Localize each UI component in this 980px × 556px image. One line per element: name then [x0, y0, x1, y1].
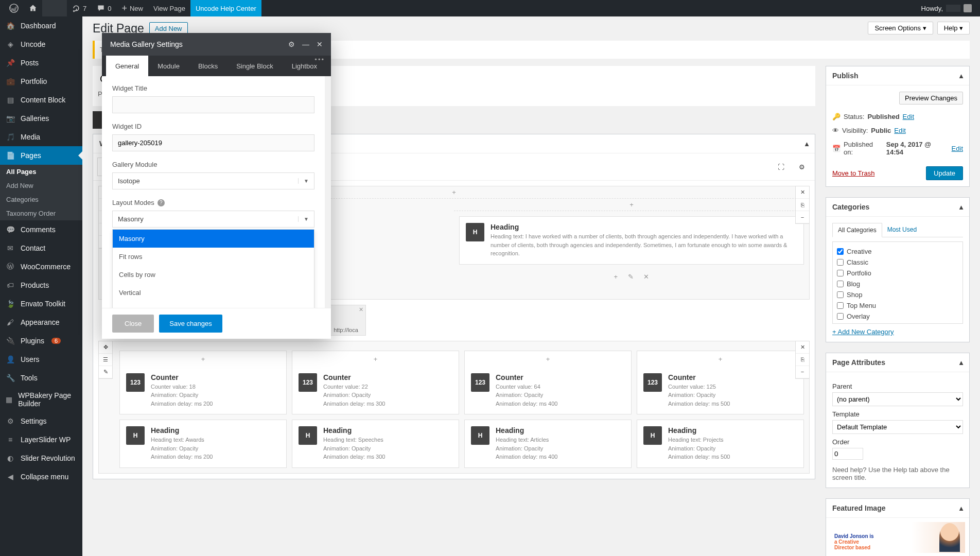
row-minus[interactable]: −: [796, 366, 809, 378]
modal-tabs-more[interactable]: •••: [314, 56, 325, 63]
sidebar-item-woocommerce[interactable]: ⓌWooCommerce: [0, 257, 82, 276]
modal-tab-general[interactable]: General: [106, 56, 148, 76]
category-checkbox[interactable]: [837, 259, 844, 266]
parent-select[interactable]: (no parent): [832, 392, 963, 406]
sidebar-item-wpbakery-page-builder[interactable]: ▦WPBakery Page Builder: [0, 387, 82, 412]
sidebar-item-plugins[interactable]: 🔌Plugins6: [0, 332, 82, 350]
preview-changes-button[interactable]: Preview Changes: [899, 92, 963, 105]
category-portfolio[interactable]: Portfolio: [837, 268, 958, 279]
category-classic[interactable]: Classic: [837, 257, 958, 268]
row-move[interactable]: ✥: [99, 341, 112, 354]
row-minus[interactable]: −: [796, 211, 809, 223]
add-new-link[interactable]: +New: [116, 0, 148, 16]
sidebar-item-slider-revolution[interactable]: ◐Slider Revolution: [0, 449, 82, 467]
thumb-remove[interactable]: ✕: [359, 306, 363, 313]
row-edit[interactable]: ✎: [99, 366, 112, 378]
move-to-trash-link[interactable]: Move to Trash: [832, 169, 874, 177]
row-clone[interactable]: ⎘: [796, 354, 809, 366]
sidebar-item-contact[interactable]: ✉Contact: [0, 239, 82, 257]
sidebar-item-collapse-menu[interactable]: ◀Collapse menu: [0, 467, 82, 486]
gallery-module-select[interactable]: Isotope ▼: [112, 172, 314, 189]
heading-element[interactable]: HHeadingHeading text: SpeechesAnimation:…: [292, 420, 459, 467]
add-new-category-link[interactable]: + Add New Category: [832, 328, 963, 336]
featured-toggle[interactable]: ▴: [959, 504, 963, 512]
category-checkbox[interactable]: [837, 281, 844, 287]
sidebar-item-layerslider-wp[interactable]: ≡LayerSlider WP: [0, 430, 82, 449]
modal-tab-blocks[interactable]: Blocks: [189, 56, 227, 76]
publish-toggle[interactable]: ▴: [959, 72, 963, 80]
col-add[interactable]: +: [637, 351, 803, 367]
sidebar-item-portfolio[interactable]: 💼Portfolio: [0, 72, 82, 91]
col-add[interactable]: +: [120, 351, 286, 367]
counter-element[interactable]: 123CounterCounter value: 125Animation: O…: [637, 367, 803, 414]
sidebar-sub-categories[interactable]: Categories: [0, 193, 82, 206]
sidebar-item-tools[interactable]: 🔧Tools: [0, 369, 82, 387]
builder-settings-button[interactable]: ⚙: [793, 158, 811, 176]
edit-status-link[interactable]: Edit: [903, 113, 914, 120]
screen-options-button[interactable]: Screen Options ▾: [868, 22, 933, 34]
edit-date-link[interactable]: Edit: [952, 145, 963, 152]
sidebar-item-products[interactable]: 🏷Products: [0, 276, 82, 294]
sidebar-item-content-block[interactable]: ▤Content Block: [0, 91, 82, 109]
sidebar-item-settings[interactable]: ⚙Settings: [0, 412, 82, 430]
sidebar-sub-all-pages[interactable]: All Pages: [0, 165, 82, 179]
tab-most-used[interactable]: Most Used: [882, 223, 922, 237]
category-checkbox[interactable]: [837, 291, 844, 298]
category-top menu[interactable]: Top Menu: [837, 300, 958, 311]
layout-option-vertical[interactable]: Vertical: [113, 284, 314, 302]
modal-tab-single-block[interactable]: Single Block: [227, 56, 283, 76]
modal-settings-icon[interactable]: ⚙: [288, 40, 295, 48]
site-name[interactable]: [42, 0, 67, 16]
featured-image-thumbnail[interactable]: David Jonson is a Creative Director base…: [830, 522, 965, 553]
tab-all-categories[interactable]: All Categories: [832, 223, 882, 237]
category-lateral[interactable]: Lateral: [837, 322, 958, 324]
row-delete[interactable]: ✕: [796, 341, 809, 354]
modal-close-button[interactable]: Close: [112, 315, 154, 333]
category-checkbox[interactable]: [837, 248, 844, 255]
counter-element[interactable]: 123CounterCounter value: 22Animation: Op…: [292, 367, 459, 414]
category-checkbox[interactable]: [837, 302, 844, 309]
sidebar-item-users[interactable]: 👤Users: [0, 350, 82, 369]
row-clone[interactable]: ⎘: [796, 199, 809, 211]
wp-logo[interactable]: [4, 0, 24, 16]
layout-option-cells-by-row[interactable]: Cells by row: [113, 266, 314, 284]
updates-link[interactable]: 7: [67, 0, 92, 16]
panel-toggle[interactable]: ▴: [805, 140, 809, 148]
sidebar-item-envato-toolkit[interactable]: 🍃Envato Toolkit: [0, 294, 82, 313]
widget-id-input[interactable]: [112, 134, 314, 151]
edit-visibility-link[interactable]: Edit: [894, 127, 905, 134]
row-layout[interactable]: ☰: [99, 354, 112, 366]
row-delete[interactable]: ✕: [796, 186, 809, 199]
layout-option-packery[interactable]: Packery: [113, 302, 314, 308]
widget-title-input[interactable]: [112, 96, 314, 113]
sidebar-item-posts[interactable]: 📌Posts: [0, 54, 82, 72]
sidebar-item-dashboard[interactable]: 🏠Dashboard: [0, 16, 82, 35]
admin-bar-user[interactable]: Howdy,: [921, 4, 976, 12]
sidebar-sub-add-new[interactable]: Add New: [0, 179, 82, 193]
el-delete[interactable]: ✕: [643, 273, 649, 281]
layout-option-masonry[interactable]: Masonry: [113, 230, 314, 248]
col-add[interactable]: +: [292, 351, 459, 367]
media-thumbnail[interactable]: ✕http://loca: [326, 305, 366, 336]
heading-element[interactable]: H Heading Heading text: I have worked wi…: [459, 216, 804, 265]
category-checkbox[interactable]: [837, 270, 844, 276]
template-select[interactable]: Default Template: [832, 420, 963, 434]
layout-modes-select[interactable]: Masonry ▼: [112, 211, 314, 228]
counter-element[interactable]: 123CounterCounter value: 18Animation: Op…: [120, 367, 286, 414]
sidebar-item-comments[interactable]: 💬Comments: [0, 220, 82, 239]
order-input[interactable]: [832, 448, 863, 460]
fullscreen-button[interactable]: ⛶: [772, 158, 790, 176]
heading-element[interactable]: HHeadingHeading text: ArticlesAnimation:…: [465, 420, 631, 467]
modal-close-icon[interactable]: ✕: [317, 40, 323, 48]
comments-link[interactable]: 0: [92, 0, 116, 16]
counter-element[interactable]: 123CounterCounter value: 64Animation: Op…: [465, 367, 631, 414]
category-blog[interactable]: Blog: [837, 279, 958, 289]
category-creative[interactable]: Creative: [837, 246, 958, 257]
el-edit[interactable]: ✎: [628, 273, 634, 281]
sidebar-item-uncode[interactable]: ◈Uncode: [0, 35, 82, 54]
modal-tab-module[interactable]: Module: [148, 56, 189, 76]
view-page-link[interactable]: View Page: [148, 0, 190, 16]
sidebar-item-galleries[interactable]: 📷Galleries: [0, 109, 82, 128]
sidebar-item-media[interactable]: 🎵Media: [0, 128, 82, 146]
update-button[interactable]: Update: [926, 166, 963, 180]
